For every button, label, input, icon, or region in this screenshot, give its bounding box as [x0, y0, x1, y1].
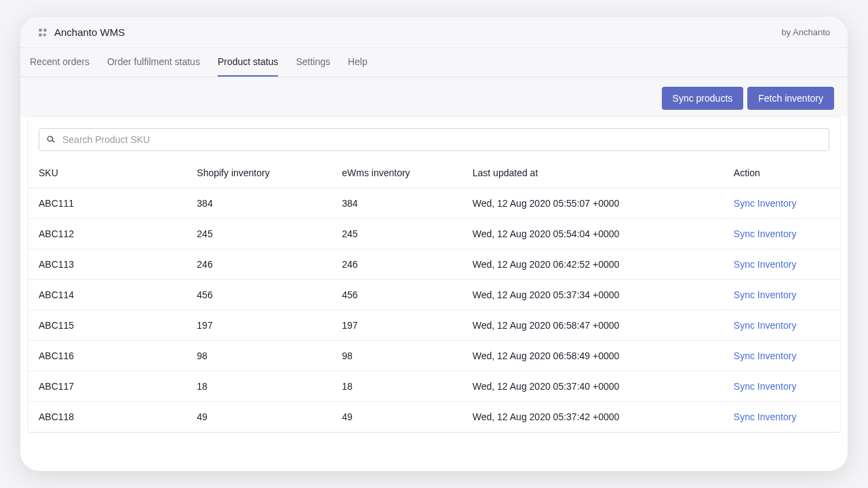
sync-inventory-link[interactable]: Sync Inventory: [734, 259, 797, 270]
cell-ewms-inventory: 49: [332, 402, 463, 432]
col-header-sku: SKU: [28, 158, 187, 188]
cell-ewms-inventory: 18: [332, 371, 463, 402]
cell-shopify-inventory: 18: [187, 371, 332, 402]
search-input[interactable]: [39, 128, 829, 151]
cell-last-updated: Wed, 12 Aug 2020 06:58:49 +0000: [463, 341, 724, 371]
app-header-left: Anchanto WMS: [38, 26, 125, 38]
tab-recent-orders[interactable]: Recent orders: [30, 48, 90, 77]
cell-ewms-inventory: 197: [332, 310, 463, 341]
cell-ewms-inventory: 246: [332, 249, 463, 280]
sync-inventory-link[interactable]: Sync Inventory: [734, 381, 797, 392]
cell-last-updated: Wed, 12 Aug 2020 05:37:40 +0000: [463, 371, 724, 402]
sync-inventory-link[interactable]: Sync Inventory: [734, 198, 797, 209]
search-box: [39, 128, 829, 151]
cell-action: Sync Inventory: [724, 219, 840, 249]
cell-sku: ABC113: [28, 249, 187, 280]
sync-inventory-link[interactable]: Sync Inventory: [734, 350, 797, 361]
cell-shopify-inventory: 49: [187, 402, 332, 432]
table-row: ABC1169898Wed, 12 Aug 2020 06:58:49 +000…: [28, 341, 840, 371]
sync-inventory-link[interactable]: Sync Inventory: [734, 228, 797, 239]
cell-shopify-inventory: 246: [187, 249, 332, 280]
table-row: ABC112245245Wed, 12 Aug 2020 05:54:04 +0…: [28, 219, 840, 249]
svg-rect-0: [39, 28, 41, 31]
sync-inventory-link[interactable]: Sync Inventory: [734, 289, 797, 300]
col-header-ewms-inventory: eWms inventory: [332, 158, 463, 188]
app-byline: by Anchanto: [781, 27, 830, 37]
content-card: SKU Shopify inventory eWms inventory Las…: [27, 117, 841, 433]
table-row: ABC114456456Wed, 12 Aug 2020 05:37:34 +0…: [28, 280, 840, 310]
cell-ewms-inventory: 456: [332, 280, 463, 310]
product-table: SKU Shopify inventory eWms inventory Las…: [28, 158, 840, 432]
app-header: Anchanto WMS by Anchanto: [20, 17, 848, 48]
cell-sku: ABC115: [28, 310, 187, 341]
tab-order-fulfilment-status[interactable]: Order fulfilment status: [107, 48, 200, 77]
cell-shopify-inventory: 245: [187, 219, 332, 249]
col-header-shopify-inventory: Shopify inventory: [187, 158, 332, 188]
cell-action: Sync Inventory: [724, 402, 840, 432]
tab-help[interactable]: Help: [348, 48, 368, 77]
app-icon: [38, 28, 47, 37]
table-row: ABC111384384Wed, 12 Aug 2020 05:55:07 +0…: [28, 188, 840, 219]
cell-last-updated: Wed, 12 Aug 2020 05:37:42 +0000: [463, 402, 724, 432]
tab-settings[interactable]: Settings: [296, 48, 330, 77]
table-header-row: SKU Shopify inventory eWms inventory Las…: [28, 158, 840, 188]
cell-last-updated: Wed, 12 Aug 2020 06:58:47 +0000: [463, 310, 724, 341]
cell-sku: ABC114: [28, 280, 187, 310]
cell-last-updated: Wed, 12 Aug 2020 05:54:04 +0000: [463, 219, 724, 249]
cell-action: Sync Inventory: [724, 249, 840, 280]
table-row: ABC1184949Wed, 12 Aug 2020 05:37:42 +000…: [28, 402, 840, 432]
cell-sku: ABC111: [28, 188, 187, 219]
table-row: ABC1171818Wed, 12 Aug 2020 05:37:40 +000…: [28, 371, 840, 402]
cell-shopify-inventory: 98: [187, 341, 332, 371]
cell-action: Sync Inventory: [724, 341, 840, 371]
cell-sku: ABC118: [28, 402, 187, 432]
search-wrap: [28, 117, 840, 158]
sync-inventory-link[interactable]: Sync Inventory: [734, 411, 797, 422]
sync-inventory-link[interactable]: Sync Inventory: [734, 320, 797, 331]
col-header-action: Action: [724, 158, 840, 188]
tabs: Recent ordersOrder fulfilment statusProd…: [20, 48, 848, 77]
cell-sku: ABC116: [28, 341, 187, 371]
cell-ewms-inventory: 98: [332, 341, 463, 371]
cell-last-updated: Wed, 12 Aug 2020 05:55:07 +0000: [463, 188, 724, 219]
app-window: Anchanto WMS by Anchanto Recent ordersOr…: [20, 17, 848, 471]
actions-bar: Sync products Fetch inventory: [20, 77, 848, 117]
svg-rect-1: [43, 28, 46, 31]
cell-shopify-inventory: 384: [187, 188, 332, 219]
col-header-last-updated: Last updated at: [463, 158, 724, 188]
search-icon: [45, 134, 56, 145]
svg-rect-2: [39, 33, 41, 36]
cell-sku: ABC112: [28, 219, 187, 249]
table-row: ABC113246246Wed, 12 Aug 2020 06:42:52 +0…: [28, 249, 840, 280]
table-row: ABC115197197Wed, 12 Aug 2020 06:58:47 +0…: [28, 310, 840, 341]
cell-sku: ABC117: [28, 371, 187, 402]
fetch-inventory-button[interactable]: Fetch inventory: [747, 87, 834, 110]
cell-action: Sync Inventory: [724, 188, 840, 219]
cell-shopify-inventory: 197: [187, 310, 332, 341]
cell-last-updated: Wed, 12 Aug 2020 06:42:52 +0000: [463, 249, 724, 280]
cell-action: Sync Inventory: [724, 280, 840, 310]
cell-action: Sync Inventory: [724, 310, 840, 341]
cell-shopify-inventory: 456: [187, 280, 332, 310]
tab-product-status[interactable]: Product status: [218, 48, 279, 77]
sync-products-button[interactable]: Sync products: [662, 87, 744, 110]
cell-ewms-inventory: 245: [332, 219, 463, 249]
cell-action: Sync Inventory: [724, 371, 840, 402]
app-title: Anchanto WMS: [54, 26, 125, 38]
cell-last-updated: Wed, 12 Aug 2020 05:37:34 +0000: [463, 280, 724, 310]
cell-ewms-inventory: 384: [332, 188, 463, 219]
